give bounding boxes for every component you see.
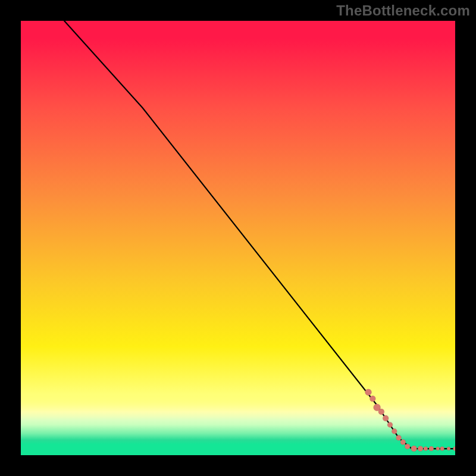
- data-point: [429, 446, 434, 451]
- data-point: [411, 446, 417, 452]
- data-point: [400, 440, 406, 445]
- data-point: [436, 447, 440, 450]
- data-point: [418, 446, 423, 452]
- data-point: [453, 447, 456, 451]
- data-point: [369, 396, 375, 402]
- plot-area: [21, 21, 455, 455]
- data-point: [405, 444, 410, 449]
- data-point: [396, 435, 402, 440]
- data-point: [447, 447, 450, 450]
- data-point: [392, 428, 397, 434]
- data-point: [365, 389, 372, 396]
- data-points-group: [365, 389, 456, 452]
- data-point: [440, 447, 444, 451]
- data-point: [383, 415, 389, 421]
- data-point: [378, 409, 384, 415]
- data-point: [424, 447, 428, 451]
- chart-frame: TheBottleneck.com: [0, 0, 476, 476]
- watermark-text: TheBottleneck.com: [336, 2, 470, 19]
- chart-overlay: [21, 21, 455, 455]
- bottleneck-curve: [64, 21, 455, 449]
- data-point: [387, 422, 393, 427]
